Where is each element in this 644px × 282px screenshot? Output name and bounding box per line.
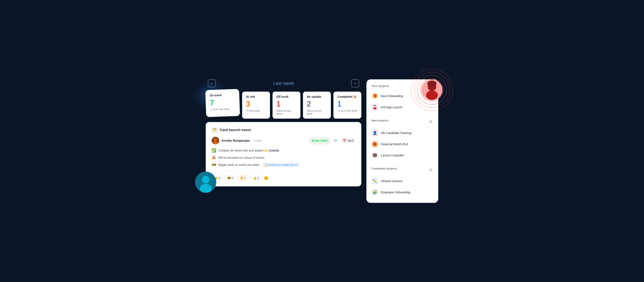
on-track-label: On track — [210, 93, 235, 97]
ios-app-launch-icon: 🍒 — [372, 104, 378, 111]
launch-controller-name: Launch Controller — [381, 154, 404, 157]
nav-title: Last week — [273, 81, 294, 86]
user-row: Annika Rangarajan Friday On track for 📅 … — [212, 137, 356, 144]
right-panel: Your projects 🎁 New Onboarding 🍒 iOS App… — [366, 79, 438, 203]
reactions-row: 👏 6 😎 6 🔥 1 👍 4 😊 — [212, 171, 356, 181]
svg-point-4 — [202, 176, 210, 183]
completed-projects-header: Completed projects 3 — [372, 167, 433, 173]
party-icon: 🎉 — [212, 155, 216, 160]
card-launch-event: 🗂️ Card launch event Annika Rangarajan — [206, 122, 361, 186]
hr-candidate-icon: 👤 — [372, 130, 378, 136]
at-risk-value: 3 — [246, 100, 266, 109]
svg-point-1 — [214, 138, 217, 141]
off-track-sub: Same as last week — [276, 109, 297, 115]
card-title: Card launch event — [220, 128, 251, 132]
reaction-thumbs-up[interactable]: 👍 4 — [250, 175, 262, 181]
update-item-1: ✅ Creative for event lock and loaded 🙌 @… — [212, 148, 356, 153]
divider-2 — [372, 164, 433, 164]
project-infrared-camera[interactable]: ✏️ Infrared Camera — [372, 176, 433, 187]
new-onboarding-icon: 🎁 — [372, 93, 378, 99]
employee-onboarding-icon: 🧩 — [372, 189, 378, 196]
update-items: ✅ Creative for event lock and loaded 🙌 @… — [212, 148, 356, 167]
reaction-cool[interactable]: 😎 6 — [224, 175, 236, 181]
completed-value: 1 — [337, 100, 358, 109]
april-badge: 📅 April — [340, 138, 356, 143]
user-name: Annika Rangarajan — [221, 139, 250, 142]
card-header: 🗂️ Card launch event — [212, 127, 356, 133]
main-container: ← Last week → On track 7 -2 from last we… — [206, 79, 438, 203]
infrared-camera-name: Infrared Camera — [381, 179, 402, 183]
new-projects-label: New projects — [372, 119, 388, 122]
user-info: Annika Rangarajan Friday — [212, 137, 262, 144]
forward-button[interactable]: → — [351, 79, 359, 87]
user-day: Friday — [254, 139, 262, 142]
update-item-2: 🎉 We've secured our venue of choice — [212, 155, 356, 160]
financial-month-end-icon: 🏀 — [372, 141, 378, 147]
on-track-badge: On track — [309, 137, 330, 144]
project-hr-candidate[interactable]: 👤 HR Candidate Tracking — [372, 128, 433, 139]
on-track-dot — [312, 140, 314, 141]
project-employee-onboarding[interactable]: 🧩 Employee Onboarding — [372, 187, 433, 198]
stat-card-no-update[interactable]: No update 2 Same as last week — [303, 92, 331, 119]
checkmark-icon: ✅ — [212, 148, 216, 153]
at-risk-sub: +1 last week — [246, 109, 266, 112]
event-run-sheet-link[interactable]: 📋 Event run sheet W.I.P. — [263, 163, 300, 167]
no-update-sub: Same as last week — [307, 109, 327, 115]
stat-card-completed[interactable]: Completed 🎉 1 +1 from last week — [334, 92, 361, 119]
forward-icon: → — [354, 81, 357, 85]
avatar-rings-container — [409, 67, 455, 113]
new-onboarding-name: New Onboarding — [381, 94, 403, 98]
stats-row: On track 7 -2 from last week At risk 3 +… — [206, 92, 361, 119]
new-projects-header: New projects 5 — [372, 119, 433, 125]
launch-controller-icon: 🐻 — [372, 152, 378, 159]
hr-candidate-name: HR Candidate Tracking — [381, 131, 412, 135]
stat-card-at-risk[interactable]: At risk 3 +1 last week — [242, 92, 270, 119]
card-icon: 🗂️ — [212, 127, 218, 133]
ios-app-launch-name: iOS App Launch — [381, 106, 402, 109]
at-risk-label: At risk — [246, 95, 266, 98]
update-item-3: 🚧 Began work on event run sheet 📋 Event … — [212, 162, 356, 167]
reaction-fire[interactable]: 🔥 1 — [238, 175, 249, 181]
project-launch-controller[interactable]: 🐻 Launch Controller — [372, 150, 433, 161]
no-update-label: No update — [307, 95, 327, 98]
completed-sub: +1 from last week — [337, 109, 358, 112]
back-icon: ← — [210, 81, 214, 85]
stat-card-on-track[interactable]: On track 7 -2 from last week — [205, 89, 240, 117]
completed-label: Completed 🎉 — [337, 95, 358, 98]
on-track-sub: -2 from last week — [210, 107, 236, 111]
avatar — [212, 137, 219, 144]
add-reaction-button[interactable]: 😊 — [263, 175, 269, 181]
completed-projects-list: ✏️ Infrared Camera 🧩 Employee Onboarding — [372, 176, 433, 198]
svg-point-9 — [427, 81, 436, 87]
sidebar-avatar — [421, 79, 442, 101]
for-label: for — [334, 139, 337, 142]
construction-icon: 🚧 — [212, 162, 216, 167]
new-projects-list: 👤 HR Candidate Tracking 🏀 Financial Mont… — [372, 128, 433, 161]
off-track-value: 1 — [276, 100, 297, 109]
svg-point-8 — [426, 91, 438, 100]
completed-projects-count: 3 — [428, 168, 433, 172]
stat-card-off-track[interactable]: Off track 1 Same as last week — [272, 92, 300, 119]
on-track-value: 7 — [210, 97, 235, 107]
employee-onboarding-name: Employee Onboarding — [381, 191, 410, 194]
completed-projects-label: Completed projects — [372, 167, 397, 170]
svg-point-5 — [200, 184, 212, 193]
project-financial-month-end[interactable]: 🏀 Financial Month End — [372, 139, 433, 150]
bottom-avatar — [195, 172, 216, 193]
new-projects-count: 5 — [428, 120, 433, 124]
off-track-label: Off track — [276, 95, 297, 98]
avatar-rings — [409, 67, 455, 113]
infrared-camera-icon: ✏️ — [372, 178, 378, 184]
no-update-value: 2 — [307, 100, 327, 109]
nav-header: ← Last week → — [206, 79, 361, 87]
financial-month-end-name: Financial Month End — [381, 142, 408, 146]
left-panel: ← Last week → On track 7 -2 from last we… — [206, 79, 361, 186]
